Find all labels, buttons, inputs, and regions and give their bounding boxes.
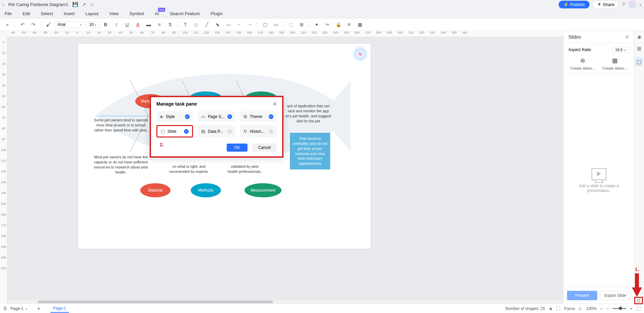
ok-button[interactable]: OK [227, 144, 247, 152]
format-painter-icon[interactable]: 🖌 [44, 20, 53, 29]
material-text[interactable]: Most pet owners do not have the capacity… [91, 155, 150, 174]
publish-button[interactable]: ⚡ Publish [559, 1, 590, 8]
measurement-node[interactable]: Measurement [244, 183, 281, 197]
menu-search-feature[interactable]: Search Feature [170, 11, 200, 16]
user-avatar[interactable] [628, 0, 636, 8]
slides-panel: Slides ✕ Aspect Ratio 16:9 ⊕ Create slid… [563, 31, 634, 304]
canvas-viewport[interactable]: N Manpower Environment Machine Mate [7, 37, 563, 300]
publish-icon: ⚡ [563, 2, 569, 7]
pane-option-style[interactable]: ◈ Style ✓ [156, 111, 193, 122]
zoom-out-icon[interactable]: − [606, 306, 609, 311]
page-tab-1[interactable]: Page-1 [50, 305, 69, 313]
methods-node[interactable]: Methods [191, 183, 221, 197]
page-selector[interactable]: Page-1 [10, 306, 27, 311]
status-bar: ☰ Page-1 + Page-1 Number of shapes: 25 ◈… [0, 304, 644, 313]
help-icon[interactable]: ? [622, 2, 625, 7]
material-node[interactable]: Material [140, 183, 171, 197]
pane-option-data-panel[interactable]: ▤ Data P... [198, 125, 235, 138]
pane-label: Slide [167, 129, 177, 134]
pane-label: Histori... [250, 129, 265, 134]
effects-icon[interactable]: ✦ [312, 20, 321, 29]
task-pane-toggle-icon[interactable]: ☷ [634, 297, 643, 304]
font-color-icon[interactable]: A [133, 20, 143, 29]
connector-icon[interactable]: ⬊ [213, 20, 222, 29]
user-menu-chevron[interactable] [640, 1, 641, 7]
align-icon[interactable]: ≡ [155, 20, 164, 29]
menu-view[interactable]: View [109, 11, 119, 16]
grid-icon[interactable]: ⊞ [637, 45, 641, 52]
redo-icon[interactable]: ↷ [29, 20, 38, 29]
lock-icon[interactable]: 🔒 [334, 20, 343, 29]
line-spacing-icon[interactable]: ⇅ [165, 20, 175, 29]
container-icon[interactable]: ▭ [271, 20, 280, 29]
aspect-ratio-select[interactable]: 16:9 [612, 47, 629, 53]
font-select[interactable]: Arial [54, 21, 85, 28]
line-style-icon[interactable]: — [224, 20, 233, 29]
add-page-icon[interactable]: + [37, 306, 40, 312]
paint-bucket-icon[interactable]: ◈ [637, 34, 641, 40]
menu-insert[interactable]: Insert [64, 11, 75, 16]
export-slide-button[interactable]: Export Slide [600, 291, 631, 300]
arrange-icon[interactable]: ⬚ [286, 20, 296, 29]
fullscreen-icon[interactable]: ⛶ [637, 306, 641, 311]
expand-panels-icon[interactable]: » [3, 20, 12, 29]
back-icon[interactable]: ‹ [3, 2, 4, 7]
arrow-start-icon[interactable]: ← [234, 20, 244, 29]
share-button[interactable]: ⚘ Share [593, 0, 619, 9]
slides-strip-icon[interactable]: ▢ [635, 57, 643, 66]
present-button[interactable]: Present [567, 291, 597, 300]
underline-icon[interactable]: U [122, 20, 132, 29]
arrow-end-icon[interactable]: → [245, 20, 255, 29]
scrollbar-thumb[interactable] [38, 301, 273, 303]
undo-icon[interactable]: ↶ [18, 20, 27, 29]
bold-icon[interactable]: B [101, 20, 110, 29]
menu-file[interactable]: File [5, 11, 12, 16]
pane-option-slide[interactable]: ▢ Slide ✓ [156, 125, 193, 138]
machine-text[interactable]: ack of application that can rack and mon… [281, 104, 335, 123]
export-icon[interactable]: ↗ [82, 2, 86, 7]
fit-icon[interactable]: ⛶ [556, 306, 560, 311]
highlight-icon[interactable]: ▬ [144, 20, 153, 29]
line-tool-icon[interactable]: ╱ [202, 20, 212, 29]
image-icon[interactable]: ▢ [260, 20, 270, 29]
pane-option-theme[interactable]: ⊞ Theme ✓ [240, 111, 277, 122]
crop-icon[interactable]: ✂ [323, 20, 332, 29]
menu-ai[interactable]: AI hot [155, 11, 159, 16]
menu-symbol[interactable]: Symbol [129, 11, 144, 16]
layers-icon[interactable]: ◈ [549, 306, 552, 311]
result-box[interactable]: Pets become unhealthy and do not get the… [290, 133, 330, 169]
font-size-select[interactable]: 10 [86, 21, 100, 28]
save-icon[interactable]: 💾 [72, 2, 78, 7]
shape-tool-icon[interactable]: ◇ [191, 20, 201, 29]
group-icon[interactable]: ⊞ [297, 20, 306, 29]
cancel-button[interactable]: Cancel [252, 144, 277, 152]
star-icon[interactable]: ☆ [90, 2, 94, 7]
manpower-text[interactable]: Some pet owners tend to spends more time… [91, 118, 150, 133]
play-icon[interactable]: ▷ [579, 306, 582, 311]
menu-edit[interactable]: Edit [23, 11, 30, 16]
create-slides-button-2[interactable]: ▦ Create slides... [601, 57, 630, 70]
table-icon[interactable]: ▦ [355, 20, 365, 29]
measurement-text[interactable]: validated by pets health professionals. [225, 164, 264, 174]
text-tool-icon[interactable]: T [181, 20, 190, 29]
create-label-2: Create slides... [603, 66, 627, 70]
ai-badge-icon[interactable]: N [354, 48, 366, 60]
menu-layout[interactable]: Layout [85, 11, 99, 16]
italic-icon[interactable]: I [112, 20, 121, 29]
zoom-slider[interactable] [613, 308, 626, 309]
close-panel-icon[interactable]: ✕ [625, 34, 629, 40]
create-slides-button-1[interactable]: ⊕ Create slides... [568, 57, 597, 70]
paint-icon: ◈ [160, 114, 163, 119]
pane-option-history[interactable]: ↻ Histori... [240, 125, 277, 138]
pane-option-page-setup[interactable]: ▭ Page S... ✓ [198, 111, 235, 122]
menu-plugin[interactable]: Plugin [211, 11, 223, 16]
zoom-in-icon[interactable]: + [630, 306, 633, 311]
page-list-icon[interactable]: ☰ [3, 306, 7, 311]
methods-text[interactable]: on what is right, and recomended by expe… [169, 164, 209, 174]
menu-select[interactable]: Select [41, 11, 53, 16]
zoom-value[interactable]: 100% [586, 306, 597, 311]
focus-label[interactable]: Focus [564, 306, 575, 311]
horizontal-scrollbar[interactable] [7, 300, 563, 304]
tools-icon[interactable]: ✕ [344, 20, 354, 29]
close-icon[interactable]: ✕ [273, 101, 277, 107]
